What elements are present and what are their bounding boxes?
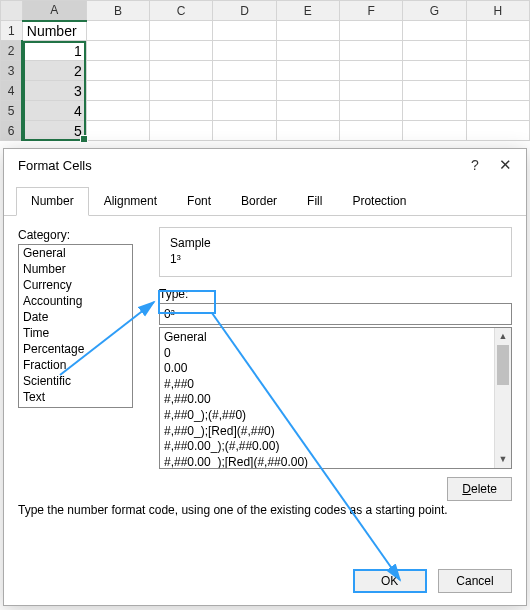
row-header-5[interactable]: 5 bbox=[1, 101, 23, 121]
format-item[interactable]: #,##0_);(#,##0) bbox=[164, 408, 507, 424]
category-item[interactable]: Accounting bbox=[19, 293, 132, 309]
scroll-thumb[interactable] bbox=[497, 345, 509, 385]
cell-a6[interactable]: 5 bbox=[22, 121, 86, 141]
row-header-2[interactable]: 2 bbox=[1, 41, 23, 61]
category-item[interactable]: General bbox=[19, 245, 132, 261]
category-item[interactable]: Time bbox=[19, 325, 132, 341]
category-item[interactable]: Scientific bbox=[19, 373, 132, 389]
cell-a3[interactable]: 2 bbox=[22, 61, 86, 81]
hint-text: Type the number format code, using one o… bbox=[18, 503, 448, 517]
cell-a1[interactable]: Number bbox=[22, 21, 86, 41]
format-item[interactable]: #,##0.00_);[Red](#,##0.00) bbox=[164, 455, 507, 469]
tab-alignment[interactable]: Alignment bbox=[89, 187, 172, 215]
select-all-corner[interactable] bbox=[1, 1, 23, 21]
format-item[interactable]: #,##0 bbox=[164, 377, 507, 393]
tab-font[interactable]: Font bbox=[172, 187, 226, 215]
tab-number[interactable]: Number bbox=[16, 187, 89, 216]
format-item[interactable]: 0.00 bbox=[164, 361, 507, 377]
sample-value: 1³ bbox=[170, 252, 501, 266]
delete-button[interactable]: Delete bbox=[447, 477, 512, 501]
format-item[interactable]: #,##0_);[Red](#,##0) bbox=[164, 424, 507, 440]
dialog-buttons: OK Cancel bbox=[345, 569, 512, 593]
col-header-e[interactable]: E bbox=[276, 1, 339, 21]
category-item[interactable]: Number bbox=[19, 261, 132, 277]
tab-fill[interactable]: Fill bbox=[292, 187, 337, 215]
ok-button[interactable]: OK bbox=[353, 569, 427, 593]
cell-a2[interactable]: 1 bbox=[22, 41, 86, 61]
dialog-titlebar: Format Cells ? ✕ bbox=[4, 149, 526, 181]
category-item[interactable]: Percentage bbox=[19, 341, 132, 357]
sample-box: Sample 1³ bbox=[159, 227, 512, 277]
col-header-h[interactable]: H bbox=[466, 1, 529, 21]
category-item[interactable]: Date bbox=[19, 309, 132, 325]
format-code-list[interactable]: General 0 0.00 #,##0 #,##0.00 #,##0_);(#… bbox=[159, 327, 512, 469]
type-label: Type: bbox=[159, 287, 512, 301]
format-item[interactable]: #,##0.00 bbox=[164, 392, 507, 408]
category-item[interactable]: Currency bbox=[19, 277, 132, 293]
col-header-f[interactable]: F bbox=[339, 1, 402, 21]
cell-a4[interactable]: 3 bbox=[22, 81, 86, 101]
format-item[interactable]: 0 bbox=[164, 346, 507, 362]
scroll-down-icon[interactable]: ▼ bbox=[495, 451, 511, 468]
cell-a5[interactable]: 4 bbox=[22, 101, 86, 121]
row-header-3[interactable]: 3 bbox=[1, 61, 23, 81]
column-headers: A B C D E F G H bbox=[1, 1, 530, 21]
row-header-1[interactable]: 1 bbox=[1, 21, 23, 41]
dialog-title: Format Cells bbox=[18, 158, 460, 173]
tab-protection[interactable]: Protection bbox=[337, 187, 421, 215]
col-header-c[interactable]: C bbox=[150, 1, 213, 21]
category-list[interactable]: General Number Currency Accounting Date … bbox=[18, 244, 133, 408]
format-item[interactable]: #,##0.00_);(#,##0.00) bbox=[164, 439, 507, 455]
scroll-up-icon[interactable]: ▲ bbox=[495, 328, 511, 345]
row-header-4[interactable]: 4 bbox=[1, 81, 23, 101]
format-cells-dialog: Format Cells ? ✕ Number Alignment Font B… bbox=[3, 148, 527, 606]
category-item[interactable]: Text bbox=[19, 389, 132, 405]
col-header-b[interactable]: B bbox=[86, 1, 149, 21]
sample-label: Sample bbox=[170, 236, 501, 250]
help-button[interactable]: ? bbox=[460, 157, 490, 173]
category-item[interactable]: Fraction bbox=[19, 357, 132, 373]
category-item[interactable]: Special bbox=[19, 405, 132, 408]
scrollbar[interactable]: ▲ ▼ bbox=[494, 328, 511, 468]
row-header-6[interactable]: 6 bbox=[1, 121, 23, 141]
dialog-tabs: Number Alignment Font Border Fill Protec… bbox=[4, 187, 526, 216]
col-header-g[interactable]: G bbox=[403, 1, 466, 21]
col-header-a[interactable]: A bbox=[22, 1, 86, 21]
close-button[interactable]: ✕ bbox=[490, 156, 520, 174]
cancel-button[interactable]: Cancel bbox=[438, 569, 512, 593]
format-item[interactable]: General bbox=[164, 330, 507, 346]
tab-border[interactable]: Border bbox=[226, 187, 292, 215]
type-input[interactable] bbox=[159, 303, 512, 325]
col-header-d[interactable]: D bbox=[213, 1, 276, 21]
spreadsheet-grid: A B C D E F G H 1Number 21 32 43 54 65 bbox=[0, 0, 530, 141]
